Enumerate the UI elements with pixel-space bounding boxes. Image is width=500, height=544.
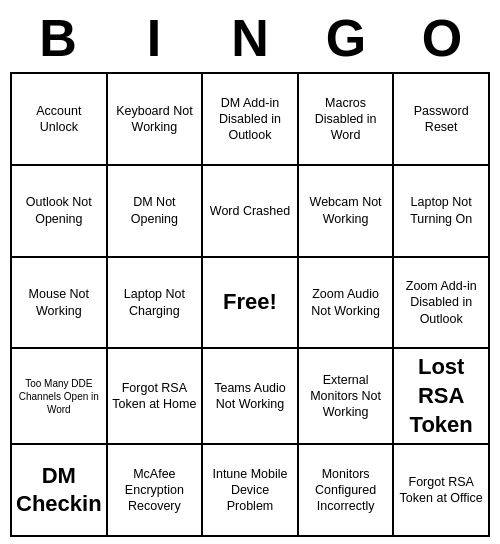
bingo-title: BINGO	[10, 8, 490, 68]
bingo-cell-18[interactable]: External Monitors Not Working	[299, 349, 395, 445]
bingo-cell-23[interactable]: Monitors Configured Incorrectly	[299, 445, 395, 537]
bingo-cell-17[interactable]: Teams Audio Not Working	[203, 349, 299, 445]
bingo-cell-6[interactable]: DM Not Opening	[108, 166, 204, 258]
bingo-cell-11[interactable]: Laptop Not Charging	[108, 258, 204, 350]
bingo-cell-21[interactable]: McAfee Encryption Recovery	[108, 445, 204, 537]
bingo-cell-7[interactable]: Word Crashed	[203, 166, 299, 258]
bingo-cell-10[interactable]: Mouse Not Working	[12, 258, 108, 350]
bingo-cell-8[interactable]: Webcam Not Working	[299, 166, 395, 258]
bingo-letter-g: G	[302, 8, 390, 68]
bingo-letter-i: I	[110, 8, 198, 68]
bingo-cell-22[interactable]: Intune Mobile Device Problem	[203, 445, 299, 537]
bingo-cell-24[interactable]: Forgot RSA Token at Office	[394, 445, 490, 537]
bingo-cell-13[interactable]: Zoom Audio Not Working	[299, 258, 395, 350]
bingo-letter-n: N	[206, 8, 294, 68]
bingo-cell-3[interactable]: Macros Disabled in Word	[299, 74, 395, 166]
bingo-cell-4[interactable]: Password Reset	[394, 74, 490, 166]
bingo-cell-0[interactable]: Account Unlock	[12, 74, 108, 166]
bingo-grid: Account UnlockKeyboard Not WorkingDM Add…	[10, 72, 490, 537]
bingo-cell-9[interactable]: Laptop Not Turning On	[394, 166, 490, 258]
bingo-cell-5[interactable]: Outlook Not Opening	[12, 166, 108, 258]
bingo-letter-b: B	[14, 8, 102, 68]
bingo-cell-2[interactable]: DM Add-in Disabled in Outlook	[203, 74, 299, 166]
bingo-letter-o: O	[398, 8, 486, 68]
bingo-cell-20[interactable]: DM Checkin	[12, 445, 108, 537]
bingo-cell-12[interactable]: Free!	[203, 258, 299, 350]
bingo-cell-14[interactable]: Zoom Add-in Disabled in Outlook	[394, 258, 490, 350]
bingo-container: BINGO Account UnlockKeyboard Not Working…	[10, 8, 490, 537]
bingo-cell-1[interactable]: Keyboard Not Working	[108, 74, 204, 166]
bingo-cell-15[interactable]: Too Many DDE Channels Open in Word	[12, 349, 108, 445]
bingo-cell-19[interactable]: Lost RSA Token	[394, 349, 490, 445]
bingo-cell-16[interactable]: Forgot RSA Token at Home	[108, 349, 204, 445]
